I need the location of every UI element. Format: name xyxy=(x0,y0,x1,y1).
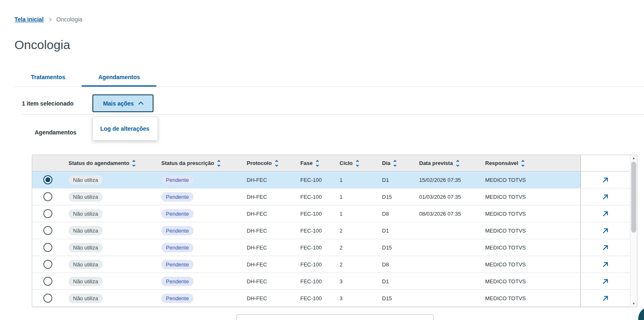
table-row[interactable]: Não utiliza Pendente DH-FEC FEC-100 2 D8… xyxy=(32,256,630,273)
column-header-label: Responsável xyxy=(485,160,518,166)
column-header-status-agendamento[interactable]: Status do agendamento xyxy=(64,155,156,171)
phase-cell: FEC-100 xyxy=(295,256,335,273)
tab-bar: Tratamentos Agendamentos xyxy=(14,68,644,87)
open-item-icon[interactable] xyxy=(602,210,609,217)
schedule-status-badge: Não utiliza xyxy=(68,226,103,235)
table-row[interactable]: Não utiliza Pendente DH-FEC FEC-100 2 D1… xyxy=(32,239,630,256)
column-header-fase[interactable]: Fase xyxy=(295,155,335,171)
phase-cell: FEC-100 xyxy=(295,205,335,222)
responsible-cell: MEDICO TOTVS xyxy=(480,205,540,222)
menu-item-log-alteracoes[interactable]: Log de alterações xyxy=(93,117,158,140)
row-radio-button[interactable] xyxy=(43,260,52,269)
breadcrumb: Tela inicial Oncologia xyxy=(14,16,83,23)
open-item-icon[interactable] xyxy=(602,193,609,200)
table-row[interactable]: Não utiliza Pendente DH-FEC FEC-100 3 D1… xyxy=(32,290,630,307)
table-row[interactable]: Não utiliza Pendente DH-FEC FEC-100 2 D1… xyxy=(32,222,630,239)
open-item-icon[interactable] xyxy=(602,176,609,184)
sort-icon[interactable] xyxy=(522,160,524,166)
more-actions-button[interactable]: Mais ações xyxy=(92,94,153,112)
tab-tratamentos[interactable]: Tratamentos xyxy=(14,68,82,87)
responsible-cell: MEDICO TOTVS xyxy=(480,256,540,273)
phase-cell: FEC-100 xyxy=(295,290,335,306)
scrollbar-thumb[interactable] xyxy=(631,162,636,233)
column-header-dia[interactable]: Dia xyxy=(377,155,414,171)
schedule-status-badge: Não utiliza xyxy=(68,192,103,202)
prescription-status-badge: Pendente xyxy=(161,260,193,269)
row-radio-button[interactable] xyxy=(43,175,52,184)
column-header-label: Ciclo xyxy=(340,160,353,166)
day-cell: D8 xyxy=(377,205,414,222)
header-filler xyxy=(540,155,580,171)
sort-icon[interactable] xyxy=(394,160,396,166)
row-radio-button[interactable] xyxy=(43,294,52,303)
prescription-status-badge: Pendente xyxy=(161,175,193,185)
row-radio-button[interactable] xyxy=(43,192,52,201)
responsible-cell: MEDICO TOTVS xyxy=(480,273,540,289)
row-radio-button[interactable] xyxy=(43,209,52,218)
column-header-label: Data prevista xyxy=(419,160,453,166)
table-row[interactable]: Não utiliza Pendente DH-FEC FEC-100 3 D1… xyxy=(32,273,630,290)
sort-icon[interactable] xyxy=(218,160,220,166)
table-header-row: Status do agendamento Status da prescriç… xyxy=(32,155,630,172)
actions-column-header xyxy=(580,155,630,171)
date-cell xyxy=(414,273,480,289)
row-radio-button[interactable] xyxy=(43,277,52,286)
cycle-cell: 2 xyxy=(335,239,377,256)
schedule-status-badge: Não utiliza xyxy=(68,294,103,303)
responsible-cell: MEDICO TOTVS xyxy=(480,172,540,188)
prescription-status-badge: Pendente xyxy=(161,243,193,252)
protocol-cell: DH-FEC xyxy=(242,188,295,205)
day-cell: D1 xyxy=(377,222,414,239)
scroll-down-icon[interactable]: ▼ xyxy=(630,302,637,306)
column-header-data-prevista[interactable]: Data prevista xyxy=(414,155,480,171)
sort-icon[interactable] xyxy=(316,160,318,166)
table-row[interactable]: Não utiliza Pendente DH-FEC FEC-100 1 D8… xyxy=(32,205,630,222)
table-scrollbar[interactable]: ▲ ▼ xyxy=(630,155,637,307)
floating-action-button[interactable] xyxy=(638,307,644,320)
column-header-label: Fase xyxy=(300,160,313,166)
prescription-status-badge: Pendente xyxy=(161,294,193,303)
protocol-cell: DH-FEC xyxy=(242,290,295,306)
cycle-cell: 1 xyxy=(335,172,377,188)
load-more-button[interactable] xyxy=(236,314,434,320)
date-cell xyxy=(414,256,480,273)
column-header-protocolo[interactable]: Protocolo xyxy=(242,155,295,171)
day-cell: D15 xyxy=(377,188,414,205)
open-item-icon[interactable] xyxy=(602,244,609,251)
table-body: Status do agendamento Status da prescriç… xyxy=(32,155,630,307)
open-item-icon[interactable] xyxy=(602,278,609,285)
date-cell xyxy=(414,290,480,306)
scroll-up-icon[interactable]: ▲ xyxy=(630,156,637,160)
breadcrumb-home-link[interactable]: Tela inicial xyxy=(14,16,44,23)
sort-icon[interactable] xyxy=(356,160,359,166)
open-item-icon[interactable] xyxy=(602,295,609,302)
sort-icon[interactable] xyxy=(133,160,135,166)
date-cell: 15/02/2026 07:35 xyxy=(414,172,480,188)
cycle-cell: 3 xyxy=(335,273,377,289)
tab-agendamentos[interactable]: Agendamentos xyxy=(82,68,156,87)
table-row[interactable]: Não utiliza Pendente DH-FEC FEC-100 1 D1… xyxy=(32,172,630,188)
day-cell: D15 xyxy=(377,239,414,256)
more-actions-menu: Log de alterações xyxy=(92,117,158,141)
responsible-cell: MEDICO TOTVS xyxy=(480,290,540,306)
column-header-label: Status da prescrição xyxy=(161,160,214,166)
row-radio-button[interactable] xyxy=(43,226,52,235)
cycle-cell: 1 xyxy=(335,205,377,222)
column-header-ciclo[interactable]: Ciclo xyxy=(335,155,377,171)
selection-count-text: 1 item selecionado xyxy=(22,100,73,107)
open-item-icon[interactable] xyxy=(602,261,609,268)
protocol-cell: DH-FEC xyxy=(242,239,295,256)
sort-icon[interactable] xyxy=(276,160,278,166)
cycle-cell: 1 xyxy=(335,188,377,205)
open-item-icon[interactable] xyxy=(602,227,609,234)
sort-icon[interactable] xyxy=(457,160,459,166)
day-cell: D8 xyxy=(377,256,414,273)
column-header-status-prescricao[interactable]: Status da prescrição xyxy=(156,155,242,171)
table-row[interactable]: Não utiliza Pendente DH-FEC FEC-100 1 D1… xyxy=(32,188,630,205)
widget-title: Agendamentos xyxy=(35,129,76,136)
row-radio-button[interactable] xyxy=(43,243,52,252)
column-header-responsavel[interactable]: Responsável xyxy=(480,155,540,171)
protocol-cell: DH-FEC xyxy=(242,256,295,273)
schedule-status-badge: Não utiliza xyxy=(68,175,103,185)
cycle-cell: 2 xyxy=(335,222,377,239)
